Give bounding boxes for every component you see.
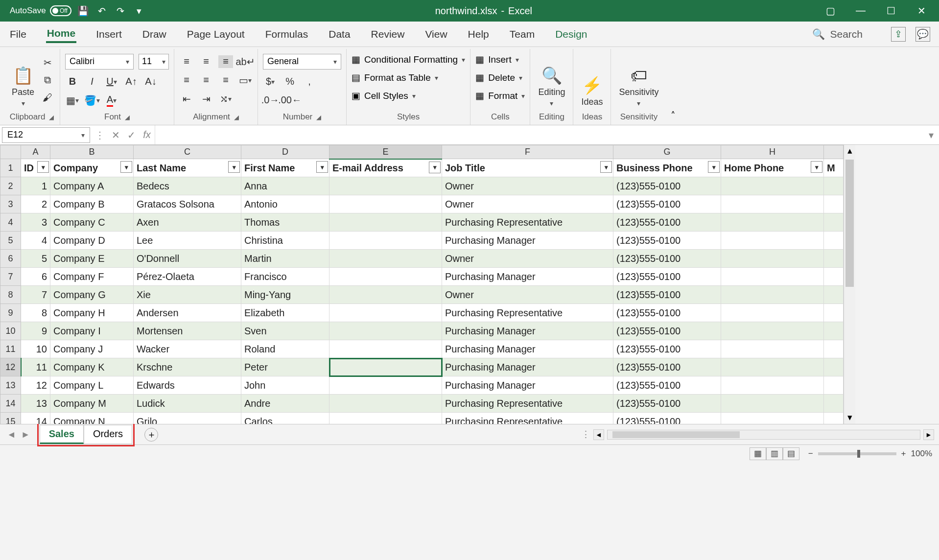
- cell[interactable]: Axen: [134, 213, 241, 232]
- row-header[interactable]: 14: [0, 395, 21, 413]
- close-icon[interactable]: ✕: [913, 5, 930, 17]
- cell[interactable]: 10: [21, 340, 50, 358]
- tab-insert[interactable]: Insert: [95, 26, 123, 42]
- cell[interactable]: Company M: [50, 395, 134, 413]
- cell[interactable]: Company E: [50, 250, 134, 268]
- fx-icon[interactable]: fx: [139, 129, 155, 140]
- cell[interactable]: Lee: [134, 232, 241, 250]
- cell[interactable]: Ludick: [134, 395, 241, 413]
- cell[interactable]: Carlos: [241, 413, 329, 424]
- cell[interactable]: Company L: [50, 376, 134, 395]
- expand-formula-icon[interactable]: ▾: [923, 129, 939, 141]
- cell[interactable]: (123)555-0100: [613, 177, 721, 195]
- row-header[interactable]: 1: [0, 159, 21, 177]
- search-box[interactable]: 🔍Search: [812, 28, 863, 40]
- sheet-tab-sales[interactable]: Sales: [40, 425, 84, 444]
- cell[interactable]: [824, 413, 844, 424]
- cell[interactable]: (123)555-0100: [613, 358, 721, 376]
- font-color-icon[interactable]: A▾: [104, 94, 119, 107]
- cell[interactable]: 1: [21, 177, 50, 195]
- cell[interactable]: Martin: [241, 250, 329, 268]
- cell[interactable]: 11: [21, 358, 50, 376]
- cell[interactable]: [329, 340, 442, 358]
- cell-styles-button[interactable]: ▣Cell Styles▾: [352, 90, 465, 101]
- cell[interactable]: Krschne: [134, 358, 241, 376]
- cell[interactable]: Company J: [50, 340, 134, 358]
- comma-icon[interactable]: ,: [302, 75, 317, 88]
- decrease-font-icon[interactable]: A↓: [143, 75, 158, 88]
- cell[interactable]: Bedecs: [134, 177, 241, 195]
- align-left-icon[interactable]: ≡: [179, 74, 194, 87]
- cell[interactable]: [824, 286, 844, 304]
- normal-view-icon[interactable]: ▦: [750, 447, 766, 460]
- cell[interactable]: [721, 304, 824, 322]
- cell[interactable]: Purchasing Representative: [442, 304, 613, 322]
- decrease-decimal-icon[interactable]: .00←: [282, 94, 297, 107]
- tab-review[interactable]: Review: [370, 26, 406, 42]
- tab-page-layout[interactable]: Page Layout: [186, 26, 246, 42]
- row-header[interactable]: 3: [0, 195, 21, 213]
- zoom-slider[interactable]: [818, 452, 896, 455]
- cell[interactable]: [329, 268, 442, 286]
- cell[interactable]: Owner: [442, 195, 613, 213]
- cell[interactable]: Mortensen: [134, 322, 241, 340]
- col-header-A[interactable]: A: [21, 145, 50, 159]
- borders-icon[interactable]: ▦▾: [65, 94, 80, 107]
- table-header[interactable]: Last Name▾: [134, 159, 241, 177]
- cell[interactable]: (123)555-0100: [613, 213, 721, 232]
- autosave-toggle[interactable]: AutoSave Off: [10, 5, 71, 16]
- cell[interactable]: Edwards: [134, 376, 241, 395]
- cell[interactable]: Pérez-Olaeta: [134, 268, 241, 286]
- table-header[interactable]: Company▾: [50, 159, 134, 177]
- cell[interactable]: Purchasing Manager: [442, 322, 613, 340]
- cell[interactable]: Company H: [50, 304, 134, 322]
- delete-cells-button[interactable]: ▦Delete▾: [475, 72, 525, 83]
- row-header[interactable]: 13: [0, 376, 21, 395]
- cell[interactable]: Grilo: [134, 413, 241, 424]
- cell[interactable]: [721, 195, 824, 213]
- page-break-view-icon[interactable]: ▤: [783, 447, 799, 460]
- format-painter-icon[interactable]: 🖌: [40, 92, 55, 104]
- row-header[interactable]: 10: [0, 322, 21, 340]
- cell[interactable]: Company C: [50, 213, 134, 232]
- cell[interactable]: Company K: [50, 358, 134, 376]
- row-header[interactable]: 8: [0, 286, 21, 304]
- tab-design[interactable]: Design: [554, 26, 588, 42]
- row-header[interactable]: 4: [0, 213, 21, 232]
- align-middle-icon[interactable]: ≡: [199, 55, 213, 68]
- row-header[interactable]: 9: [0, 304, 21, 322]
- cell[interactable]: [721, 358, 824, 376]
- cell[interactable]: (123)555-0100: [613, 413, 721, 424]
- table-header[interactable]: Job Title▾: [442, 159, 613, 177]
- row-header[interactable]: 12: [0, 358, 21, 376]
- cell[interactable]: Company I: [50, 322, 134, 340]
- cell[interactable]: [824, 395, 844, 413]
- filter-icon[interactable]: ▾: [429, 162, 441, 173]
- cell[interactable]: [329, 213, 442, 232]
- cell[interactable]: 9: [21, 322, 50, 340]
- cell[interactable]: Roland: [241, 340, 329, 358]
- row-header[interactable]: 11: [0, 340, 21, 358]
- page-layout-view-icon[interactable]: ▥: [766, 447, 783, 460]
- hscroll-right-icon[interactable]: ►: [923, 429, 934, 440]
- filter-icon[interactable]: ▾: [316, 161, 328, 173]
- sheet-tab-orders[interactable]: Orders: [84, 425, 132, 444]
- row-header[interactable]: 5: [0, 232, 21, 250]
- fx-cancel-icon[interactable]: ✕: [108, 129, 123, 141]
- cell[interactable]: (123)555-0100: [613, 322, 721, 340]
- font-size-select[interactable]: 11▾: [139, 54, 169, 70]
- table-header[interactable]: Business Phone▾: [613, 159, 721, 177]
- formula-input[interactable]: [155, 125, 923, 144]
- row-header[interactable]: 7: [0, 268, 21, 286]
- cell[interactable]: (123)555-0100: [613, 286, 721, 304]
- cell[interactable]: Ming-Yang: [241, 286, 329, 304]
- insert-cells-button[interactable]: ▦Insert▾: [475, 54, 525, 65]
- clipboard-launcher-icon[interactable]: ◢: [49, 114, 54, 121]
- increase-font-icon[interactable]: A↑: [124, 75, 139, 88]
- cell[interactable]: [721, 395, 824, 413]
- filter-icon[interactable]: ▾: [120, 161, 132, 173]
- cell[interactable]: Elizabeth: [241, 304, 329, 322]
- tab-file[interactable]: File: [9, 26, 27, 42]
- zoom-in-icon[interactable]: +: [901, 449, 906, 459]
- percent-icon[interactable]: %: [282, 75, 297, 88]
